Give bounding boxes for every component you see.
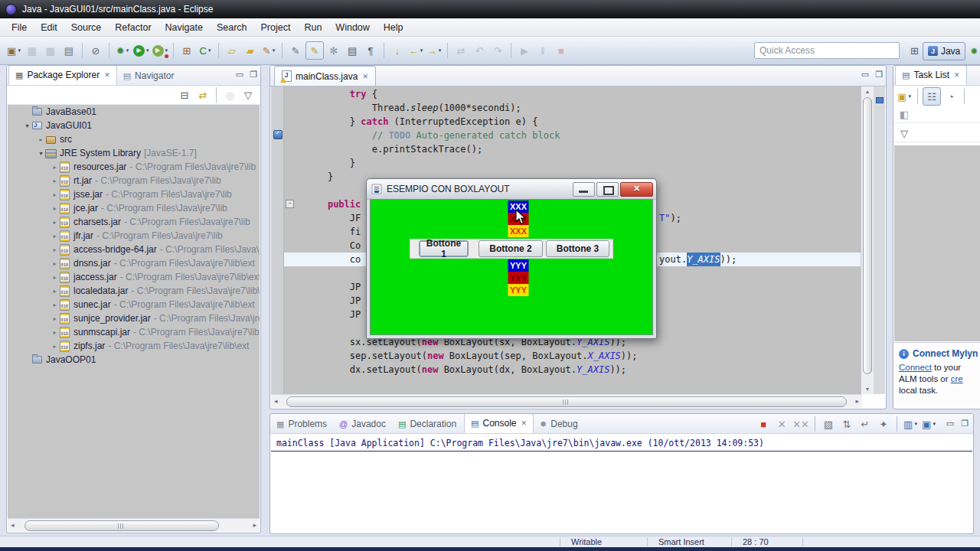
scroll-right-icon[interactable]: ▸: [253, 521, 256, 529]
expander-icon[interactable]: ▸: [51, 205, 59, 212]
bottone-3-button[interactable]: Bottone 3: [546, 240, 609, 257]
filter-completed-button[interactable]: ◧: [896, 106, 913, 122]
tree-item-zipfs-jar[interactable]: ▸zipfs.jar- C:\Program Files\Java\jre7\l…: [8, 339, 260, 353]
last-edit-location-button[interactable]: ↓: [389, 42, 406, 59]
minimize-view-icon[interactable]: [861, 70, 869, 80]
word-wrap-button[interactable]: ↵: [857, 416, 874, 432]
bottone-2-button[interactable]: Bottone 2: [479, 240, 543, 257]
new-java-project-button[interactable]: ⊞: [178, 42, 195, 59]
tree-item-jsse-jar[interactable]: ▸jsse.jar- C:\Program Files\Java\jre7\li…: [8, 187, 260, 201]
tree-item-javaoop01[interactable]: JavaOOP01: [8, 353, 260, 367]
tree-item-access-bridge-64-jar[interactable]: ▸access-bridge-64.jar- C:\Program Files\…: [8, 243, 260, 256]
clear-console-button[interactable]: ▧: [820, 416, 837, 432]
show-whitespace-button[interactable]: ¶: [362, 42, 379, 59]
format-button[interactable]: ✎▾: [260, 42, 277, 59]
terminate-button[interactable]: ■: [755, 416, 772, 432]
pin-console-button[interactable]: ✦: [875, 416, 892, 432]
pause-button[interactable]: ‖: [534, 42, 551, 59]
menu-run[interactable]: Run: [297, 20, 328, 35]
close-icon[interactable]: ✕: [954, 71, 960, 79]
bottone-1-button[interactable]: Bottone 1: [419, 240, 469, 257]
expander-icon[interactable]: ▸: [51, 246, 59, 253]
quick-access-input[interactable]: [754, 42, 900, 59]
tree-item-jfr-jar[interactable]: ▸jfr.jar- C:\Program Files\Java\jre7\lib: [8, 229, 260, 243]
menu-project[interactable]: Project: [254, 20, 298, 35]
display-console-button[interactable]: ▥▾: [902, 416, 919, 432]
tab-debug[interactable]: ✹Debug: [534, 415, 584, 433]
print-button[interactable]: ▤: [60, 42, 77, 59]
tree-item-src[interactable]: ▸src: [8, 132, 260, 146]
new-wizard-button[interactable]: ▣▾: [5, 42, 22, 59]
task-marker-icon[interactable]: [273, 130, 283, 139]
dialog-title-bar[interactable]: ESEMPIO CON BOXLAYOUT: [367, 179, 656, 200]
sort-button[interactable]: ✻: [325, 42, 342, 59]
mark-occurrences-button[interactable]: ✎: [305, 41, 324, 60]
tree-item-sunjce-provider-jar[interactable]: ▸sunjce_provider.jar- C:\Program Files\J…: [8, 311, 260, 325]
scrollbar-thumb[interactable]: [286, 396, 847, 407]
categorized-button[interactable]: ☷: [923, 87, 941, 106]
expander-icon[interactable]: ▸: [51, 315, 59, 322]
editor-hscrollbar[interactable]: ◂ ▸: [271, 394, 862, 408]
dialog-minimize-button[interactable]: [573, 182, 595, 197]
expander-icon[interactable]: ▸: [51, 274, 59, 281]
terminate-button[interactable]: ■: [553, 42, 570, 59]
maximize-view-icon[interactable]: [250, 70, 257, 80]
expander-icon[interactable]: ▾: [23, 122, 31, 129]
tree-item-jce-jar[interactable]: ▸jce.jar- C:\Program Files\Java\jre7\lib: [8, 201, 260, 215]
tree-item-javagui01[interactable]: ▾JavaGUI01: [8, 119, 260, 132]
menu-navigate[interactable]: Navigate: [158, 20, 210, 35]
new-class-button[interactable]: C▾: [197, 42, 214, 59]
import-button[interactable]: ▰: [242, 42, 259, 59]
boxlayout-dialog[interactable]: ESEMPIO CON BOXLAYOUT XXXXXXXXX Bottone …: [366, 178, 657, 339]
open-console-button[interactable]: ▣▾: [920, 416, 937, 432]
tree-item-sunmscapi-jar[interactable]: ▸sunmscapi.jar- C:\Program Files\Java\jr…: [8, 325, 260, 339]
menu-refactor[interactable]: Refactor: [108, 20, 158, 35]
back-button[interactable]: ←▾: [407, 42, 424, 59]
tab-task-list[interactable]: ▤ Task List ✕: [895, 65, 967, 85]
expander-icon[interactable]: ▾: [37, 150, 45, 157]
close-icon[interactable]: ✕: [362, 73, 368, 80]
tree-item-sunec-jar[interactable]: ▸sunec.jar- C:\Program Files\Java\jre7\l…: [8, 298, 260, 311]
open-task-button[interactable]: ▱: [224, 42, 240, 59]
tab-declaration[interactable]: ▤Declaration: [392, 415, 462, 433]
tree-item-dnsns-jar[interactable]: ▸dnsns.jar- C:\Program Files\Java\jre7\l…: [8, 256, 260, 270]
resume-button[interactable]: ▶: [516, 42, 533, 59]
scroll-left-icon[interactable]: ◂: [274, 397, 278, 405]
forward-button[interactable]: →▾: [426, 42, 443, 59]
tree-item-jre-system-library[interactable]: ▾JRE System Library[JavaSE-1.7]: [8, 146, 260, 160]
console-output[interactable]: mainClass [Java Application] C:\Program …: [271, 435, 972, 533]
tab-navigator[interactable]: ▤ Navigator: [117, 67, 181, 85]
collapse-all-button[interactable]: ⊟: [176, 86, 193, 103]
debug-button[interactable]: ✹▾: [114, 42, 131, 59]
scrollbar-thumb[interactable]: [863, 97, 872, 374]
expander-icon[interactable]: ▸: [51, 288, 59, 295]
redo-button[interactable]: ↷: [489, 42, 506, 59]
undo-button[interactable]: ↶: [471, 42, 488, 59]
minimize-view-icon[interactable]: [946, 419, 954, 429]
java-perspective-button[interactable]: J Java: [923, 42, 965, 60]
run-button[interactable]: ▶▾: [132, 42, 150, 59]
tree-item-charsets-jar[interactable]: ▸charsets.jar- C:\Program Files\Java\jre…: [8, 215, 260, 229]
dialog-maximize-button[interactable]: [596, 182, 619, 197]
expander-icon[interactable]: ▸: [51, 302, 59, 308]
expander-icon[interactable]: ▸: [51, 233, 59, 240]
menu-edit[interactable]: Edit: [34, 20, 64, 35]
scheduled-button[interactable]: ◔: [942, 88, 959, 105]
scroll-lock-button[interactable]: ⇅: [838, 416, 855, 432]
link-with-editor-button[interactable]: ⇄: [194, 86, 211, 103]
java-editor-button[interactable]: ✎: [287, 42, 304, 59]
tab-mainclass-java[interactable]: mainClass.java ✕: [274, 66, 376, 86]
tab-javadoc[interactable]: @Javadoc: [333, 415, 392, 433]
save-all-button[interactable]: ▩: [42, 42, 59, 59]
remove-all-launches-button[interactable]: ✕✕: [792, 416, 810, 432]
expander-icon[interactable]: ▸: [51, 164, 59, 171]
tree-item-resources-jar[interactable]: ▸resources.jar- C:\Program Files\Java\jr…: [8, 160, 260, 174]
expander-icon[interactable]: ▸: [51, 343, 59, 350]
tree-item-javabase01[interactable]: JavaBase01: [8, 105, 260, 119]
dialog-close-button[interactable]: [620, 182, 653, 197]
focus-task-button[interactable]: ◎: [221, 86, 238, 103]
open-perspective-icon[interactable]: ⊞: [910, 45, 919, 57]
mylyn-link[interactable]: Connect: [899, 363, 932, 372]
save-button[interactable]: ▦: [24, 42, 41, 59]
package-explorer-hscrollbar[interactable]: ◂ ▸: [8, 518, 260, 532]
